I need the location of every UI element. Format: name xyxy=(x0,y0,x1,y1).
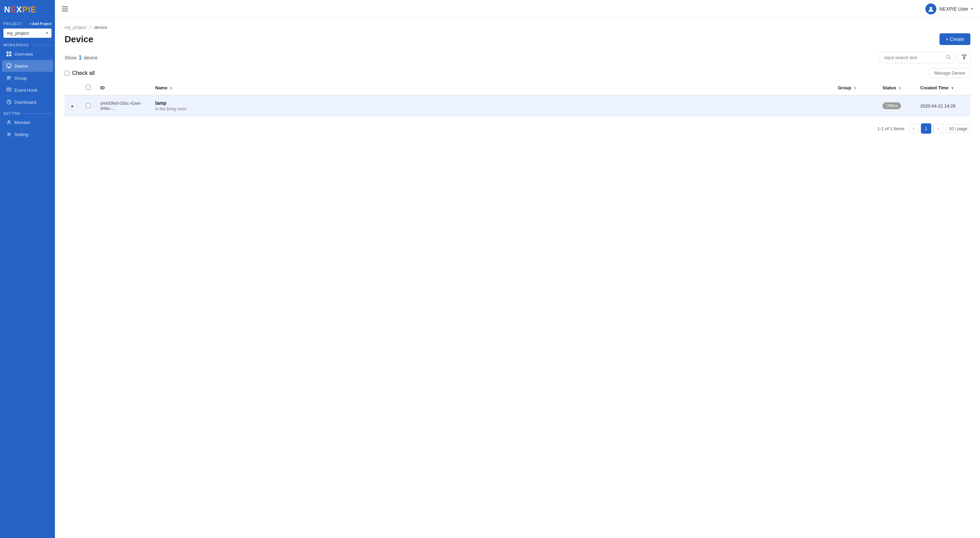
sort-icon: ⇅ xyxy=(854,86,856,90)
user-chevron-icon[interactable]: ▾ xyxy=(971,6,973,11)
check-all-row: Check all Manage Device xyxy=(65,68,970,78)
dashboard-icon xyxy=(6,99,12,105)
logo-area: NEXPIE xyxy=(0,0,55,19)
search-box xyxy=(880,52,955,63)
project-selector-value: my_project xyxy=(7,30,29,36)
svg-point-15 xyxy=(8,121,10,122)
sidebar-item-label: Group xyxy=(14,76,27,81)
workspace-nav: Overview Device Group xyxy=(0,48,55,108)
search-filter-area xyxy=(880,52,970,63)
svg-line-19 xyxy=(950,58,951,59)
row-name-cell: lamp in the living room xyxy=(150,95,833,117)
sidebar-item-overview[interactable]: Overview xyxy=(2,48,53,60)
filter-button[interactable] xyxy=(958,52,970,63)
search-input[interactable] xyxy=(884,55,943,60)
sidebar: NEXPIE PROJECT + Add Project my_project … xyxy=(0,0,55,538)
device-id: d4430fe8-03bc-42ee-946e-... xyxy=(100,101,142,111)
row-checkbox-cell xyxy=(81,95,95,117)
chevron-down-icon: ▾ xyxy=(46,31,48,35)
svg-rect-4 xyxy=(7,64,11,67)
expand-button[interactable]: ▶ xyxy=(69,102,76,109)
row-id-cell: d4430fe8-03bc-42ee-946e-... xyxy=(95,95,150,117)
svg-point-16 xyxy=(8,134,10,135)
sort-icon: ⇅ xyxy=(898,86,901,90)
logo: NEXPIE xyxy=(4,5,51,14)
sidebar-item-label: Dashboard xyxy=(14,100,37,105)
sidebar-item-setting[interactable]: Setting xyxy=(2,128,53,140)
table-header: ID Name ⇅ Group ⇅ Status ⇅ C xyxy=(65,81,970,95)
user-area: NEXPIE User ▾ xyxy=(925,3,973,14)
prev-page-button[interactable]: ‹ xyxy=(908,123,919,134)
pagination-info: 1-1 of 1 items xyxy=(877,126,904,131)
device-created-time: 2020-04-21 14:29 xyxy=(920,104,956,109)
check-all-checkbox[interactable] xyxy=(65,71,69,76)
check-all-label: Check all xyxy=(72,70,95,76)
svg-marker-20 xyxy=(962,55,966,59)
col-created-header[interactable]: Created Time ▼ xyxy=(915,81,970,95)
member-icon xyxy=(6,120,12,125)
page-size-selector[interactable]: 10 / page xyxy=(946,125,970,133)
hamburger-line xyxy=(62,6,68,7)
row-status-cell: Offline xyxy=(878,95,915,117)
project-selector[interactable]: my_project ▾ xyxy=(3,29,51,38)
svg-rect-6 xyxy=(8,68,10,69)
col-checkbox-header xyxy=(81,81,95,95)
svg-point-8 xyxy=(10,76,11,78)
show-count: Show 1 device xyxy=(65,54,97,61)
device-description: in the living room xyxy=(155,107,828,111)
pagination: 1-1 of 1 items ‹ 1 › 10 / page xyxy=(65,123,970,134)
manage-device-button[interactable]: Manage Device xyxy=(929,68,970,78)
sidebar-item-label: Overview xyxy=(14,51,33,57)
row-group-cell xyxy=(833,95,878,117)
sort-icon: ⇅ xyxy=(170,86,172,90)
next-page-button[interactable]: › xyxy=(933,123,943,134)
sidebar-item-label: Setting xyxy=(14,132,28,137)
gear-icon xyxy=(6,132,12,137)
breadcrumb-separator: / xyxy=(90,25,92,30)
page-title: Device xyxy=(65,34,94,45)
svg-rect-3 xyxy=(9,54,11,56)
sidebar-item-dashboard[interactable]: Dashboard xyxy=(2,96,53,108)
svg-rect-2 xyxy=(6,54,9,56)
sidebar-item-member[interactable]: Member xyxy=(2,117,53,128)
breadcrumb-project[interactable]: my_project xyxy=(65,25,86,30)
device-count: 1 xyxy=(79,54,82,61)
page-content: my_project / device Device + Create Show… xyxy=(55,18,980,538)
sidebar-item-group[interactable]: Group xyxy=(2,72,53,84)
svg-point-7 xyxy=(8,77,9,78)
svg-point-18 xyxy=(947,55,950,58)
sidebar-item-label: Device xyxy=(14,64,28,69)
col-expand-header xyxy=(65,81,81,95)
show-label: Show xyxy=(65,55,76,61)
hamburger-menu[interactable] xyxy=(62,6,68,11)
svg-rect-0 xyxy=(6,51,9,54)
project-section: PROJECT + Add Project xyxy=(0,19,55,26)
sidebar-item-device[interactable]: Device xyxy=(2,60,53,72)
col-id-header: ID xyxy=(95,81,150,95)
setting-nav: Member Setting xyxy=(0,116,55,140)
col-group-header[interactable]: Group ⇅ xyxy=(833,81,878,95)
breadcrumb: my_project / device xyxy=(65,25,970,30)
search-icon[interactable] xyxy=(946,54,951,61)
svg-rect-9 xyxy=(7,88,11,91)
status-badge: Offline xyxy=(883,102,901,109)
current-page-button[interactable]: 1 xyxy=(921,123,931,134)
user-name: NEXPIE User xyxy=(939,6,968,12)
table-body: ▶ d4430fe8-03bc-42ee-946e-... lamp in th… xyxy=(65,95,970,117)
table-row[interactable]: ▶ d4430fe8-03bc-42ee-946e-... lamp in th… xyxy=(65,95,970,117)
hook-icon xyxy=(6,87,12,93)
col-status-header[interactable]: Status ⇅ xyxy=(878,81,915,95)
table-check-all[interactable] xyxy=(86,85,91,90)
avatar xyxy=(925,3,936,14)
sidebar-item-event-hook[interactable]: Event Hook xyxy=(2,84,53,96)
add-project-button[interactable]: + Add Project xyxy=(30,22,51,26)
row-checkbox[interactable] xyxy=(86,103,91,108)
col-name-header[interactable]: Name ⇅ xyxy=(150,81,833,95)
sidebar-item-label: Event Hook xyxy=(14,88,37,93)
main-area: NEXPIE User ▾ my_project / device Device… xyxy=(55,0,980,538)
device-name: lamp xyxy=(155,100,828,106)
row-created-cell: 2020-04-21 14:29 xyxy=(915,95,970,117)
sidebar-item-label: Member xyxy=(14,120,31,125)
create-button[interactable]: + Create xyxy=(939,34,970,45)
device-label: device xyxy=(84,55,97,61)
